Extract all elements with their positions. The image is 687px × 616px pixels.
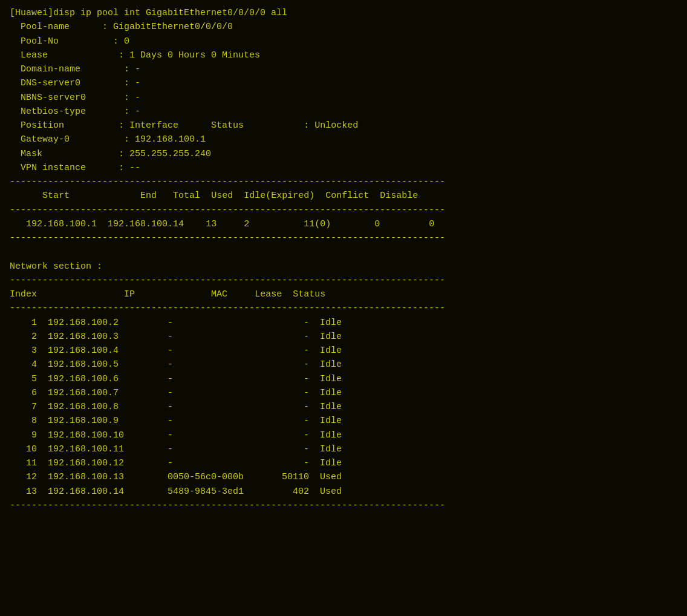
summary-header: Start End Total Used Idle(Expired) Confl… (21, 191, 418, 201)
network-row: 13 192.168.100.14 5489-9845-3ed1 402 Use… (10, 485, 677, 499)
dns-server-line: DNS-server0 : - (10, 78, 140, 88)
divider-1: ----------------------------------------… (10, 177, 445, 187)
divider-4: ----------------------------------------… (10, 275, 445, 286)
mask-line: Mask : 255.255.255.240 (10, 149, 211, 159)
nbns-server-line: NBNS-server0 : - (10, 93, 140, 103)
network-row: 5 192.168.100.6 - - Idle (10, 372, 677, 386)
gateway-line: Gateway-0 : 192.168.100.1 (10, 134, 206, 145)
terminal-content: [Huawei]disp ip pool int GigabitEthernet… (10, 6, 677, 316)
network-row: 11 192.168.100.12 - - Idle (10, 456, 677, 470)
network-row: 6 192.168.100.7 - - Idle (10, 386, 677, 400)
network-row: 12 192.168.100.13 0050-56c0-000b 50110 U… (10, 470, 677, 484)
divider-bottom: ----------------------------------------… (10, 499, 677, 513)
netbios-type-line: Netbios-type : - (10, 106, 140, 117)
pool-no-line: Pool-No : 0 (10, 36, 129, 47)
network-row: 3 192.168.100.4 - - Idle (10, 344, 677, 358)
lease-line: Lease : 1 Days 0 Hours 0 Minutes (10, 50, 260, 61)
divider-2: ----------------------------------------… (10, 205, 445, 215)
summary-row: 192.168.100.1 192.168.100.14 13 2 11(0) … (21, 219, 434, 229)
network-row: 8 192.168.100.9 - - Idle (10, 414, 677, 428)
network-row: 2 192.168.100.3 - - Idle (10, 330, 677, 344)
vpn-line: VPN instance : -- (10, 163, 140, 173)
network-rows-container: 1 192.168.100.2 - - Idle 2 192.168.100.3… (10, 316, 677, 499)
command-line: [Huawei]disp ip pool int GigabitEthernet… (10, 8, 287, 18)
network-row: 9 192.168.100.10 - - Idle (10, 428, 677, 442)
pool-name-line: Pool-name : GigabitEthernet0/0/0/0 (10, 22, 233, 32)
network-header: Index IP MAC Lease Status (10, 289, 325, 300)
terminal-output: [Huawei]disp ip pool int GigabitEthernet… (10, 6, 677, 513)
network-row: 10 192.168.100.11 - - Idle (10, 442, 677, 456)
network-row: 1 192.168.100.2 - - Idle (10, 316, 677, 330)
network-row: 7 192.168.100.8 - - Idle (10, 400, 677, 414)
network-section-title: Network section : (10, 261, 102, 272)
domain-name-line: Domain-name : - (10, 64, 140, 74)
divider-3: ----------------------------------------… (10, 233, 445, 243)
divider-5: ----------------------------------------… (10, 303, 445, 313)
network-row: 4 192.168.100.5 - - Idle (10, 358, 677, 372)
position-line: Position : Interface Status : Unlocked (10, 120, 358, 131)
